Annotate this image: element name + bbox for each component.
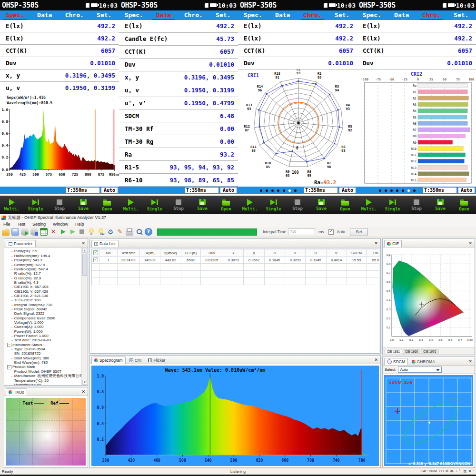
lang-item[interactable]: M <box>446 469 448 474</box>
lang-item[interactable]: : <box>473 469 474 474</box>
column-header[interactable]: v' <box>326 249 347 257</box>
single-button[interactable]: Single <box>262 196 286 214</box>
stop-button[interactable]: Stop <box>286 196 309 214</box>
column-header[interactable]: Test time <box>117 249 139 257</box>
menu-test[interactable]: Test <box>18 222 26 227</box>
column-header[interactable]: Duv <box>200 249 223 257</box>
page-dot[interactable] <box>271 189 274 192</box>
tree-item[interactable]: Integral Time(ms): 710 <box>7 303 81 307</box>
settings-gear-icon[interactable] <box>107 228 114 236</box>
auto-button[interactable]: Auto <box>101 188 118 193</box>
column-header[interactable]: v <box>285 249 306 257</box>
integration-time-field[interactable]: T:350ms <box>423 188 456 193</box>
tab-cie1976[interactable]: CIE 1976 <box>421 349 438 354</box>
integration-time-field[interactable]: T:350ms <box>304 188 337 193</box>
tree-item[interactable]: B ratio(%): 4.3 <box>7 280 81 285</box>
tab-parameter[interactable]: Parameter <box>6 240 36 247</box>
column-header[interactable]: u' <box>306 249 326 257</box>
tab-cie1960[interactable]: CIE 1960 <box>403 349 420 354</box>
device-tab-set[interactable]: Set. <box>89 10 119 20</box>
lang-item[interactable]: 简 <box>463 469 466 474</box>
column-header[interactable]: u <box>264 249 285 257</box>
multi-button[interactable]: Multi. <box>238 196 262 214</box>
tab-tm30[interactable]: TM30 <box>6 388 27 396</box>
data-table[interactable]: ✓NoTest timeΦ(lm)η(lm/W)CCT(K)Duvxyuvu'v… <box>91 248 379 352</box>
stop-icon[interactable] <box>78 228 86 236</box>
column-header[interactable]: y <box>244 249 264 257</box>
export-table-icon[interactable] <box>40 228 48 236</box>
save-button[interactable]: Save <box>71 196 95 214</box>
save-button[interactable]: Save <box>428 196 452 214</box>
page-dot[interactable] <box>413 189 416 192</box>
zoom-icon[interactable] <box>135 228 143 236</box>
tree-item[interactable]: Peak(nm): 543.3 <box>7 258 81 262</box>
device-tab-set[interactable]: Set. <box>208 10 238 20</box>
lang-item[interactable]: NUM <box>429 469 437 474</box>
tree-item[interactable]: Product Model: OHSP-650T <box>7 369 81 374</box>
auto-button[interactable]: Auto <box>339 188 356 193</box>
device-tab-spec[interactable]: Spec. <box>119 10 149 20</box>
scroll-down-icon[interactable]: ▼ <box>82 380 87 385</box>
print-icon[interactable] <box>126 228 133 236</box>
tree-item[interactable]: CIE1931 X: 567.106 <box>7 285 81 289</box>
scroll-thumb[interactable] <box>82 254 87 276</box>
lang-item[interactable]: 中 <box>450 469 454 474</box>
column-header[interactable]: Φ(lm) <box>139 249 160 257</box>
db-export-icon[interactable] <box>21 228 29 236</box>
page-dot[interactable] <box>385 189 387 192</box>
column-header[interactable]: No <box>99 249 117 257</box>
tab-data-list[interactable]: Data List <box>91 240 119 247</box>
help-icon[interactable] <box>145 228 152 236</box>
tree-item[interactable]: End Wave(nm): 780 <box>7 360 81 365</box>
tree-item[interactable]: Power Factor: 1.000 <box>7 334 81 338</box>
open-button[interactable]: Open <box>214 196 238 214</box>
select-dropdown[interactable]: Auto <box>398 367 442 373</box>
run-multi-icon[interactable] <box>59 228 67 236</box>
delete-icon[interactable] <box>50 228 57 236</box>
set-button[interactable]: Set <box>350 228 368 236</box>
device-tab-set[interactable]: Set. <box>446 10 476 20</box>
page-dot[interactable] <box>390 189 393 192</box>
tab-cie1931[interactable]: CIE 1931 <box>385 349 402 354</box>
tree-item[interactable]: TLCI-2012: 100 <box>7 298 81 302</box>
single-button[interactable]: Single <box>24 196 48 214</box>
device-tab-set[interactable]: Set. <box>327 10 357 20</box>
tree-item[interactable]: R ratio(%): 12.7 <box>7 271 81 276</box>
tree-item[interactable]: Type: OHSP-350A <box>7 347 81 351</box>
close-icon[interactable]: ✕ <box>468 241 473 246</box>
tree-item[interactable]: Center(nm): 527.9 <box>7 263 81 267</box>
auto-button[interactable]: Auto <box>220 188 237 193</box>
device-tab-spec[interactable]: Spec. <box>238 10 268 20</box>
tree-item[interactable]: Power(W): 1.000 <box>7 329 81 334</box>
close-icon[interactable]: ✕ <box>468 359 473 364</box>
auto-checkbox[interactable] <box>328 229 334 235</box>
lang-item[interactable]: °, <box>459 469 461 474</box>
menu-help[interactable]: Help <box>75 222 84 227</box>
cie-chromaticity-chart[interactable]: 0.00.10.20.30.40.50.60.70.8x0.90.80.70.6… <box>384 251 474 344</box>
open-button[interactable]: Open <box>95 196 119 214</box>
scroll-up-icon[interactable]: ▲ <box>82 248 87 253</box>
tree-item[interactable]: Humidity(%): 65 <box>7 383 81 386</box>
integration-time-field[interactable]: T:350ms <box>66 188 99 193</box>
page-dot[interactable] <box>266 189 268 192</box>
page-dot[interactable] <box>288 189 291 192</box>
lang-item[interactable]: ♪ <box>456 469 457 474</box>
tree-group[interactable]: −Product Mark <box>7 365 81 369</box>
page-dot[interactable] <box>407 189 410 192</box>
device-tab-data[interactable]: Data <box>268 10 298 20</box>
multi-button[interactable]: Multi. <box>357 196 381 214</box>
open-button[interactable]: Open <box>452 196 476 214</box>
single-button[interactable]: Single <box>381 196 405 214</box>
open-file-icon[interactable] <box>2 228 10 236</box>
tree-group[interactable]: −Instrument Status <box>7 343 81 347</box>
edit-icon[interactable] <box>116 228 124 236</box>
device-tab-chro[interactable]: Chro. <box>416 10 446 20</box>
column-header[interactable]: CCT(K) <box>181 249 200 257</box>
tree-item[interactable]: Dark Signal: 2322 <box>7 311 81 316</box>
tab-spectrogram[interactable]: Spectrogram <box>91 357 126 364</box>
page-dot[interactable] <box>379 189 381 192</box>
tab-chroma[interactable]: CHROMA <box>409 358 438 365</box>
spectrogram-chart[interactable]: Wave: 543.1nm Value: 0.810uW/cm²/nm1.00.… <box>91 366 379 466</box>
tree-item[interactable]: Purity(%): 7.9 <box>7 249 81 253</box>
integration-time-field[interactable]: T:350ms <box>185 188 218 193</box>
